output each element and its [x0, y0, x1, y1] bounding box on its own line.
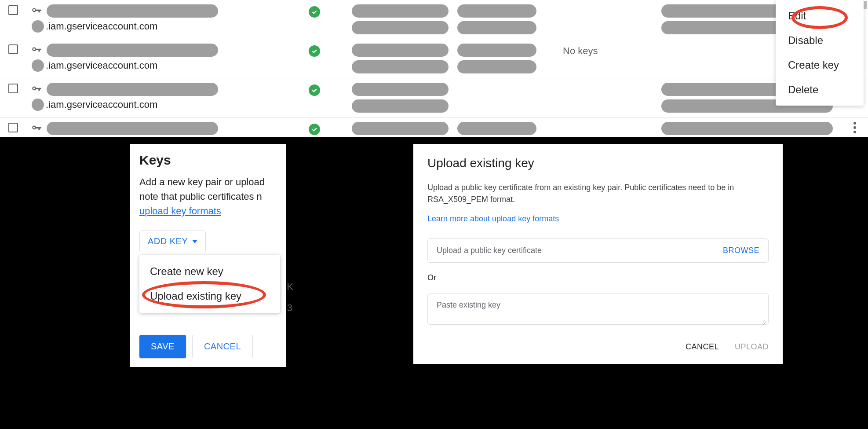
redacted-cell — [457, 44, 536, 57]
redacted-cell — [457, 4, 536, 18]
paste-placeholder: Paste existing key — [437, 301, 500, 309]
redacted-name — [47, 83, 218, 96]
menu-item-delete[interactable]: Delete — [776, 77, 864, 102]
upload-key-formats-link[interactable]: upload key formats — [139, 205, 221, 216]
row-checkbox[interactable] — [8, 84, 18, 93]
learn-more-link[interactable]: Learn more about upload key formats — [427, 214, 559, 224]
keys-cell: No keys — [541, 44, 657, 57]
redacted-cell — [352, 21, 449, 34]
service-account-icon — [31, 7, 42, 15]
status-enabled-icon — [309, 124, 320, 135]
keys-cell — [541, 83, 657, 84]
obscured-text: K — [287, 281, 293, 293]
dropdown-create-new-key[interactable]: Create new key — [139, 259, 280, 284]
upload-certificate-field[interactable]: Upload a public key certificate BROWSE — [427, 238, 769, 263]
redacted-cell — [457, 21, 536, 34]
browse-button[interactable]: BROWSE — [723, 246, 759, 255]
status-enabled-icon — [309, 6, 320, 18]
redacted-name — [47, 122, 218, 135]
status-enabled-icon — [309, 45, 320, 57]
row-checkbox[interactable] — [8, 123, 18, 132]
table-row: .iam.gserviceaccount.com No keys — [0, 39, 868, 78]
redacted-cell — [352, 4, 449, 18]
dialog-title: Upload existing key — [427, 156, 769, 170]
add-key-dropdown: K 3 Create new key Upload existing key — [139, 255, 280, 313]
upload-placeholder: Upload a public key certificate — [437, 246, 542, 255]
redacted-prefix — [32, 99, 44, 111]
paste-existing-key-textarea[interactable]: Paste existing key — [427, 293, 769, 325]
keys-description: Add a new key pair or upload note that p… — [139, 175, 276, 218]
more-actions-icon[interactable] — [853, 122, 856, 133]
redacted-cell — [661, 122, 833, 135]
table-row: .iam.gserviceaccount.com — [0, 78, 868, 117]
redacted-cell — [457, 60, 536, 73]
menu-item-label: Edit — [788, 10, 806, 22]
dropdown-upload-existing-key[interactable]: Upload existing key — [139, 284, 280, 308]
redacted-cell — [352, 44, 449, 57]
row-context-menu: Edit Disable Create key Delete — [776, 0, 864, 106]
service-account-icon — [31, 46, 42, 55]
redacted-name — [47, 4, 218, 18]
redacted-cell — [352, 122, 449, 135]
service-accounts-table: .iam.gserviceaccount.com .iam.gser — [0, 0, 868, 137]
keys-panel: Keys Add a new key pair or upload note t… — [130, 144, 286, 367]
save-button[interactable]: SAVE — [139, 335, 186, 358]
row-checkbox[interactable] — [8, 5, 18, 15]
menu-item-edit[interactable]: Edit — [776, 4, 864, 28]
email-suffix: .iam.gserviceaccount.com — [46, 21, 157, 32]
redacted-prefix — [32, 20, 44, 33]
status-enabled-icon — [309, 84, 320, 96]
dialog-description: Upload a public key certificate from an … — [427, 182, 769, 205]
redacted-name — [47, 44, 218, 57]
redacted-prefix — [32, 59, 44, 72]
table-row — [0, 117, 868, 137]
service-account-icon — [31, 85, 42, 94]
email-suffix: .iam.gserviceaccount.com — [46, 60, 157, 71]
obscured-text: 3 — [287, 302, 292, 314]
row-checkbox[interactable] — [8, 44, 18, 54]
add-key-label: ADD KEY — [148, 236, 188, 246]
dialog-upload-button[interactable]: UPLOAD — [735, 342, 769, 352]
dropdown-triangle-icon — [192, 240, 197, 243]
menu-item-disable[interactable]: Disable — [776, 28, 864, 53]
redacted-cell — [352, 83, 449, 96]
upload-existing-key-dialog: Upload existing key Upload a public key … — [413, 144, 783, 364]
keys-cell — [541, 4, 657, 6]
email-suffix: .iam.gserviceaccount.com — [46, 99, 157, 110]
redacted-cell — [352, 99, 449, 113]
keys-cell — [541, 122, 657, 124]
resize-handle-icon[interactable] — [761, 317, 766, 323]
redacted-cell — [352, 60, 449, 73]
keys-title: Keys — [139, 153, 276, 168]
or-separator: Or — [427, 273, 769, 282]
table-row: .iam.gserviceaccount.com — [0, 0, 868, 39]
cancel-button[interactable]: CANCEL — [192, 335, 253, 358]
add-key-button[interactable]: ADD KEY — [139, 231, 206, 252]
menu-item-create-key[interactable]: Create key — [776, 53, 864, 77]
service-account-icon — [31, 124, 42, 133]
dialog-cancel-button[interactable]: CANCEL — [686, 342, 719, 352]
redacted-cell — [457, 122, 536, 135]
